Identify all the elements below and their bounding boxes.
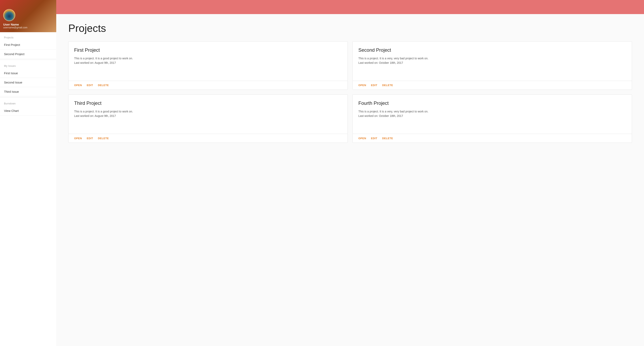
sidebar-item-first-project[interactable]: First Project <box>0 40 56 50</box>
sidebar-item-third-issue[interactable]: Third Issue <box>0 87 56 96</box>
fourth-project-open-button[interactable]: OPEN <box>358 137 366 140</box>
project-card-second: Second Project This is a project. It is … <box>352 42 632 90</box>
second-project-edit-button[interactable]: EDIT <box>371 84 378 87</box>
project-card-fourth: Fourth Project This is a project. It is … <box>352 95 632 143</box>
fourth-project-edit-button[interactable]: EDIT <box>371 137 378 140</box>
sidebar-item-first-issue[interactable]: First Issue <box>0 69 56 78</box>
sidebar-item-second-issue[interactable]: Second Issue <box>0 78 56 87</box>
project-card-second-desc: This is a project. It is a very, very ba… <box>358 56 626 65</box>
project-card-first-actions: OPEN EDIT DELETE <box>68 81 348 90</box>
sidebar-section-issues-label: My Issues <box>0 61 56 69</box>
project-card-fourth-title: Fourth Project <box>358 100 626 106</box>
project-card-third-actions: OPEN EDIT DELETE <box>68 134 348 143</box>
project-card-fourth-actions: OPEN EDIT DELETE <box>353 134 632 143</box>
page-title: Projects <box>68 22 632 34</box>
project-card-third-desc: This is a project. It is a good project … <box>74 109 342 118</box>
project-card-first-desc: This is a project. It is a good project … <box>74 56 342 65</box>
third-project-edit-button[interactable]: EDIT <box>87 137 93 140</box>
project-card-first: First Project This is a project. It is a… <box>68 42 348 90</box>
first-project-open-button[interactable]: OPEN <box>74 84 82 87</box>
user-email: username@gmail.com <box>3 26 27 29</box>
sidebar-divider-2 <box>0 97 56 97</box>
project-card-second-title: Second Project <box>358 47 626 53</box>
project-card-third-title: Third Project <box>74 100 342 106</box>
sidebar-section-projects-label: Projects <box>0 32 56 40</box>
avatar <box>3 9 15 21</box>
project-card-fourth-body: Fourth Project This is a project. It is … <box>353 95 632 134</box>
project-card-first-body: First Project This is a project. It is a… <box>68 42 348 81</box>
username: User Name <box>3 23 27 26</box>
project-card-second-actions: OPEN EDIT DELETE <box>353 81 632 90</box>
sidebar-header: User Name username@gmail.com <box>0 0 56 32</box>
sidebar: User Name username@gmail.com Projects Fi… <box>0 0 56 346</box>
sidebar-item-view-chart[interactable]: View Chart <box>0 106 56 115</box>
project-card-fourth-desc: This is a project. It is a very, very ba… <box>358 109 626 118</box>
main-content-area: Projects First Project This is a project… <box>56 0 644 346</box>
third-project-open-button[interactable]: OPEN <box>74 137 82 140</box>
first-project-edit-button[interactable]: EDIT <box>87 84 93 87</box>
project-card-first-title: First Project <box>74 47 342 53</box>
project-card-second-body: Second Project This is a project. It is … <box>353 42 632 81</box>
third-project-delete-button[interactable]: DELETE <box>98 137 109 140</box>
second-project-open-button[interactable]: OPEN <box>358 84 366 87</box>
projects-grid: First Project This is a project. It is a… <box>68 42 632 143</box>
main-content: Projects First Project This is a project… <box>56 14 644 346</box>
project-card-third-body: Third Project This is a project. It is a… <box>68 95 348 134</box>
second-project-delete-button[interactable]: DELETE <box>382 84 393 87</box>
sidebar-item-second-project[interactable]: Second Project <box>0 50 56 59</box>
project-card-third: Third Project This is a project. It is a… <box>68 95 348 143</box>
sidebar-section-burndown-label: Burndown <box>0 98 56 106</box>
main-header <box>56 0 644 14</box>
fourth-project-delete-button[interactable]: DELETE <box>382 137 393 140</box>
user-info: User Name username@gmail.com <box>3 9 27 29</box>
sidebar-divider-1 <box>0 60 56 60</box>
first-project-delete-button[interactable]: DELETE <box>98 84 109 87</box>
